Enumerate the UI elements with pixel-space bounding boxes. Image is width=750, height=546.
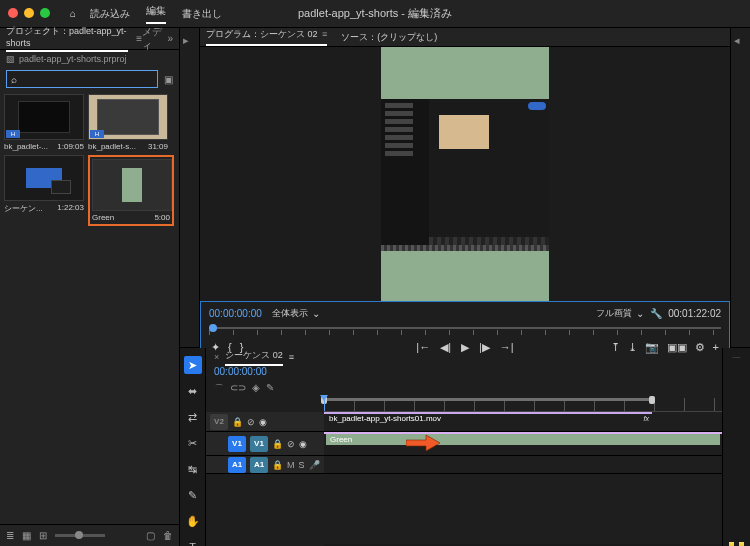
freeform-view-icon[interactable]: ⊞ xyxy=(39,530,47,541)
mark-in-icon[interactable]: { xyxy=(228,341,232,354)
chevron-down-icon[interactable]: ⌄ xyxy=(312,308,320,319)
mark-out-icon[interactable]: } xyxy=(240,341,244,354)
go-to-in-icon[interactable]: |← xyxy=(416,341,430,354)
program-monitor-canvas[interactable] xyxy=(200,47,730,301)
bin-icon: ▧ xyxy=(6,54,15,64)
voiceover-icon[interactable]: 🎤 xyxy=(309,460,320,470)
project-panel: プロジェクト：padlet-app_yt-shorts ≡ メディ » ▧ pa… xyxy=(0,28,180,546)
source-patch-a1[interactable]: A1 xyxy=(228,457,246,473)
lock-icon[interactable]: 🔒 xyxy=(272,439,283,449)
track-select-tool[interactable]: ⬌ xyxy=(184,382,202,400)
clip-v2[interactable]: bk_padlet-app_yt-shorts01.mov xyxy=(324,412,652,414)
tab-import[interactable]: 読み込み xyxy=(90,7,130,21)
solo-icon[interactable]: S xyxy=(299,460,305,470)
type-tool[interactable]: T xyxy=(184,538,202,546)
snap-icon[interactable]: ⌒ xyxy=(214,382,224,396)
project-filename: ▧ padlet-app_yt-shorts.prproj xyxy=(0,50,179,68)
playhead-icon[interactable] xyxy=(320,395,328,401)
thumbnail-size-slider[interactable] xyxy=(55,534,105,537)
maximize-window[interactable] xyxy=(40,8,50,18)
strip-expand-icon[interactable]: ▸ xyxy=(183,34,189,47)
linked-selection-icon[interactable]: ⊂⊃ xyxy=(230,382,246,396)
bin-item[interactable]: H bk_padlet-...1:09:05 xyxy=(4,94,84,151)
play-icon[interactable]: ▶ xyxy=(461,341,469,354)
source-patch-v1[interactable]: V1 xyxy=(228,436,246,452)
clip-v1-green[interactable]: Green xyxy=(324,432,722,434)
sync-lock-icon[interactable]: ⊘ xyxy=(247,417,255,427)
track-a1: A1 A1 🔒 M S 🎤 xyxy=(206,456,722,474)
settings-wrench-icon[interactable]: 🔧 xyxy=(650,308,662,319)
selection-tool[interactable]: ➤ xyxy=(184,356,202,374)
eye-icon[interactable]: ◉ xyxy=(259,417,267,427)
pen-tool[interactable]: ✎ xyxy=(184,486,202,504)
bin-item-sequence[interactable]: シーケン...1:22:03 xyxy=(4,155,84,226)
bin-item[interactable]: H bk_padlet-s...31:09 xyxy=(88,94,168,151)
playback-quality-dropdown[interactable]: フル画質 xyxy=(596,307,632,320)
lock-icon[interactable]: 🔒 xyxy=(272,460,283,470)
timeline-ruler[interactable] xyxy=(324,398,722,412)
button-editor-icon[interactable]: ⚙ xyxy=(695,341,705,354)
comparison-view-icon[interactable]: ▣▣ xyxy=(667,341,687,354)
program-scrubber[interactable] xyxy=(209,323,721,335)
search-input[interactable]: ⌕ xyxy=(6,70,158,88)
right-toolstrip: ◂ xyxy=(730,28,750,347)
new-bin-icon[interactable]: ▣ xyxy=(164,74,173,85)
list-view-icon[interactable]: ≣ xyxy=(6,530,14,541)
program-timecode-right: 00:01:22:02 xyxy=(668,308,721,319)
panel-overflow[interactable]: » xyxy=(167,33,173,44)
mute-icon[interactable]: M xyxy=(287,460,295,470)
eye-icon[interactable]: ◉ xyxy=(299,439,307,449)
tab-edit[interactable]: 編集 xyxy=(146,4,166,24)
add-button[interactable]: + xyxy=(713,341,719,354)
step-back-icon[interactable]: ◀| xyxy=(440,341,451,354)
track-v1: V1 V1 🔒 ⊘ ◉ Green xyxy=(206,432,722,456)
step-forward-icon[interactable]: |▶ xyxy=(479,341,490,354)
lock-icon[interactable]: 🔒 xyxy=(232,417,243,427)
annotation-arrow xyxy=(406,434,440,454)
strip-expand-icon[interactable]: ◂ xyxy=(734,34,740,47)
tab-export[interactable]: 書き出し xyxy=(182,7,222,21)
go-to-out-icon[interactable]: →| xyxy=(500,341,514,354)
close-window[interactable] xyxy=(8,8,18,18)
audio-meters: — xyxy=(722,348,750,546)
new-item-icon[interactable]: ▢ xyxy=(146,530,155,541)
track-target-a1[interactable]: A1 xyxy=(250,457,268,473)
program-monitor-tab[interactable]: プログラム：シーケンス 02 ≡ xyxy=(206,28,327,46)
project-tab[interactable]: プロジェクト：padlet-app_yt-shorts xyxy=(6,25,128,52)
in-out-range[interactable] xyxy=(324,398,652,401)
source-monitor-tab[interactable]: ソース：(クリップなし) xyxy=(341,31,437,44)
media-browser-tab[interactable]: メディ xyxy=(142,25,167,53)
export-frame-icon[interactable]: 📷 xyxy=(645,341,659,354)
track-v2: V2 🔒 ⊘ ◉ bk_padlet-app_yt-shorts01.mov xyxy=(206,412,722,432)
hand-tool[interactable]: ✋ xyxy=(184,512,202,530)
ripple-edit-tool[interactable]: ⇄ xyxy=(184,408,202,426)
program-timecode-left[interactable]: 00:00:00:00 xyxy=(209,308,262,319)
razor-tool[interactable]: ✂ xyxy=(184,434,202,452)
bin-item-green-matte[interactable]: Green5:00 xyxy=(88,155,174,226)
zoom-fit-dropdown[interactable]: 全体表示 xyxy=(272,307,308,320)
icon-view-icon[interactable]: ▦ xyxy=(22,530,31,541)
home-icon[interactable]: ⌂ xyxy=(70,8,76,19)
extract-icon[interactable]: ⤓ xyxy=(628,341,637,354)
timeline-timecode[interactable]: 00:00:00:00 xyxy=(206,366,722,380)
track-target-v2[interactable]: V2 xyxy=(210,414,228,430)
slip-tool[interactable]: ↹ xyxy=(184,460,202,478)
add-marker-icon[interactable]: ◈ xyxy=(252,382,260,396)
lift-icon[interactable]: ⤒ xyxy=(611,341,620,354)
track-target-v1[interactable]: V1 xyxy=(250,436,268,452)
timeline-tools: ➤ ⬌ ⇄ ✂ ↹ ✎ ✋ T xyxy=(180,348,206,546)
left-toolstrip: ▸ xyxy=(180,28,200,347)
timeline-settings-icon[interactable]: ✎ xyxy=(266,382,274,396)
trash-icon[interactable]: 🗑 xyxy=(163,530,173,541)
add-marker-icon[interactable]: ✦ xyxy=(211,341,220,354)
minimize-window[interactable] xyxy=(24,8,34,18)
panel-menu-icon[interactable]: ≡ xyxy=(322,29,327,39)
sync-lock-icon[interactable]: ⊘ xyxy=(287,439,295,449)
chevron-down-icon[interactable]: ⌄ xyxy=(636,308,644,319)
